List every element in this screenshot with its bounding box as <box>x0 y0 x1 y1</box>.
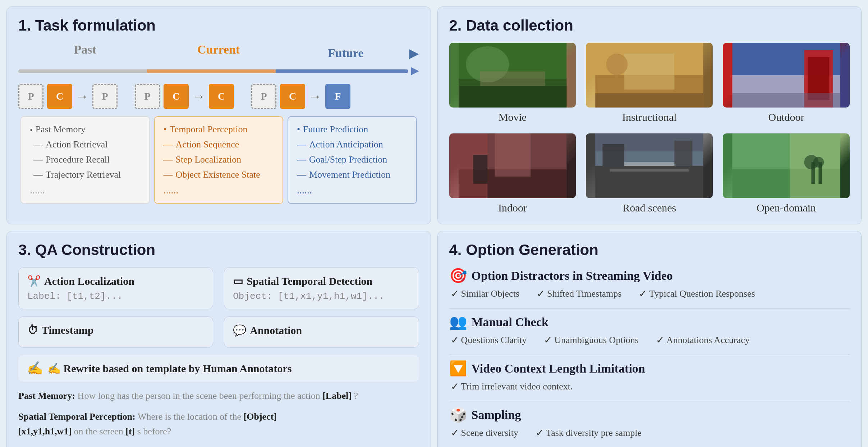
qa-example-spatial: Spatial Temporal Perception: Where is th… <box>18 410 419 439</box>
check-icon-2: ✓ <box>537 288 545 300</box>
opt-checks-distractors: ✓ Similar Objects ✓ Shifted Timestamps ✓… <box>451 288 850 300</box>
check-icon-1: ✓ <box>451 288 459 300</box>
img-movie <box>449 43 576 108</box>
frame-p4: P <box>251 84 276 109</box>
people-icon: 👥 <box>449 314 467 330</box>
svg-rect-22 <box>624 162 675 166</box>
qa-example-spatial-text4: s before? <box>137 426 171 437</box>
qa-example-past-label: Past Memory: <box>18 391 75 401</box>
frame-seq-past: P C → P <box>18 84 118 109</box>
img-opendomain <box>723 133 850 198</box>
qa-box-action-loc-title: ✂️ Action Localization <box>27 275 204 287</box>
svg-rect-11 <box>732 75 840 108</box>
check-typical-responses: ✓ Typical Question Responses <box>639 288 755 300</box>
divider-3 <box>449 401 850 401</box>
dice-icon: 🎲 <box>449 406 467 423</box>
panel-option-generation: 4. Option Generation 🎯 Option Distractor… <box>437 231 862 447</box>
qa-example-past-q: ? <box>354 391 358 401</box>
frame-seq-current: P C → C <box>135 84 234 109</box>
frame-c2: C <box>164 84 189 109</box>
svg-rect-14 <box>732 93 840 108</box>
qa-example-past-bracket: [Label] <box>322 391 352 401</box>
svg-rect-23 <box>596 133 703 151</box>
clock-icon: ⏱ <box>27 324 38 336</box>
task-past-3: — Trajectory Retrieval <box>30 169 141 180</box>
qa-box-spatial-temporal: ▭ Spatial Temporal Detection Object: [t1… <box>224 267 419 309</box>
comment-icon: 💬 <box>233 324 246 337</box>
frame-p3: P <box>135 84 160 109</box>
check-icon-9: ✓ <box>536 427 544 439</box>
qa-example-past: Past Memory: How long has the person in … <box>18 389 419 403</box>
qa-box-spatial-temporal-sub: Object: [t1,x1,y1,h1,w1]... <box>233 291 410 302</box>
task-current-ellipsis: ...... <box>164 184 274 196</box>
task-future-ellipsis: ...... <box>297 184 408 196</box>
check-unambiguous: ✓ Unambiguous Options <box>544 334 639 346</box>
svg-rect-13 <box>808 57 830 100</box>
img-card-opendomain: Open-domain <box>723 133 850 214</box>
svg-rect-29 <box>790 133 840 198</box>
qa-example-spatial-label: Spatial Temporal Perception: <box>18 411 136 422</box>
task-future-header: • Future Prediction <box>297 124 408 135</box>
rect-icon: ▭ <box>233 275 243 287</box>
qa-example-past-text: How long has the person in the scene bee… <box>78 391 323 401</box>
frame-p2: P <box>92 84 118 109</box>
arrow2: → <box>192 89 205 104</box>
svg-rect-19 <box>473 155 487 184</box>
img-indoor <box>449 133 576 198</box>
check-icon-6: ✓ <box>656 334 664 346</box>
frame-p1: P <box>18 84 43 109</box>
arrow3: → <box>309 89 322 104</box>
timeline-current: Current <box>197 39 240 60</box>
opt-section-video-context: 🔽 Video Context Length Limitation ✓ Trim… <box>449 360 850 392</box>
divider-1 <box>449 308 850 309</box>
svg-rect-6 <box>596 75 703 108</box>
svg-rect-24 <box>603 144 624 166</box>
qa-box-action-loc-sub: Label: [t1,t2]... <box>27 291 204 302</box>
task-future-1: — Action Anticipation <box>297 139 408 150</box>
check-shifted-timestamps: ✓ Shifted Timestamps <box>537 288 621 300</box>
qa-box-annotation-title: 💬 Annotation <box>233 324 410 337</box>
img-label-movie: Movie <box>499 111 527 123</box>
svg-rect-18 <box>459 133 487 198</box>
frame-f1: F <box>325 84 350 109</box>
qa-rewrite-banner: ✍️ ✍ Rewrite based on template by Human … <box>18 355 419 382</box>
svg-rect-28 <box>732 169 840 198</box>
timeline-future: Future <box>285 43 406 64</box>
panel3-title: 3. QA Construction <box>18 241 419 259</box>
img-outdoor <box>723 43 850 108</box>
svg-rect-10 <box>732 43 840 75</box>
divider-2 <box>449 355 850 355</box>
target-icon: 🎯 <box>449 267 467 284</box>
check-similar-objects: ✓ Similar Objects <box>451 288 519 300</box>
task-current-2: — Action Sequence <box>164 139 274 150</box>
image-grid: Movie Instructional <box>449 43 850 214</box>
opt-section-sampling: 🎲 Sampling ✓ Scene diversity ✓ Task dive… <box>449 406 850 439</box>
task-current-1: • Temporal Perception <box>164 124 274 135</box>
svg-rect-31 <box>812 162 815 184</box>
svg-rect-26 <box>610 169 689 172</box>
task-columns: • Past Memory — Action Retrieval — Proce… <box>18 116 419 204</box>
task-future-2: — Goal/Step Prediction <box>297 154 408 165</box>
svg-rect-16 <box>459 169 566 198</box>
qa-example-spatial-coords: [x1,y1,h1,w1] <box>18 426 72 437</box>
panel-task-formulation: 1. Task formulation Past Current Future … <box>6 6 431 224</box>
check-icon-5: ✓ <box>544 334 552 346</box>
check-icon-8: ✓ <box>451 427 459 439</box>
svg-rect-27 <box>732 133 840 198</box>
opt-checks-video-context: ✓ Trim irrelevant video context. <box>451 380 850 392</box>
opt-title-sampling: 🎲 Sampling <box>449 406 850 423</box>
opt-section-manual: 👥 Manual Check ✓ Questions Clarity ✓ Una… <box>449 314 850 346</box>
svg-rect-25 <box>675 141 693 166</box>
opt-title-manual: 👥 Manual Check <box>449 314 850 330</box>
img-label-outdoor: Outdoor <box>768 111 804 123</box>
img-card-road: Road scenes <box>586 133 713 214</box>
svg-rect-0 <box>459 43 566 108</box>
task-col-future: • Future Prediction — Action Anticipatio… <box>288 116 417 204</box>
svg-rect-1 <box>459 79 566 108</box>
task-col-past: • Past Memory — Action Retrieval — Proce… <box>20 116 150 204</box>
svg-point-2 <box>466 46 509 82</box>
check-icon-7: ✓ <box>451 380 459 392</box>
qa-box-timestamp-title: ⏱ Timestamp <box>27 324 204 336</box>
panel2-title: 2. Data collection <box>449 17 850 34</box>
svg-rect-3 <box>459 86 566 108</box>
